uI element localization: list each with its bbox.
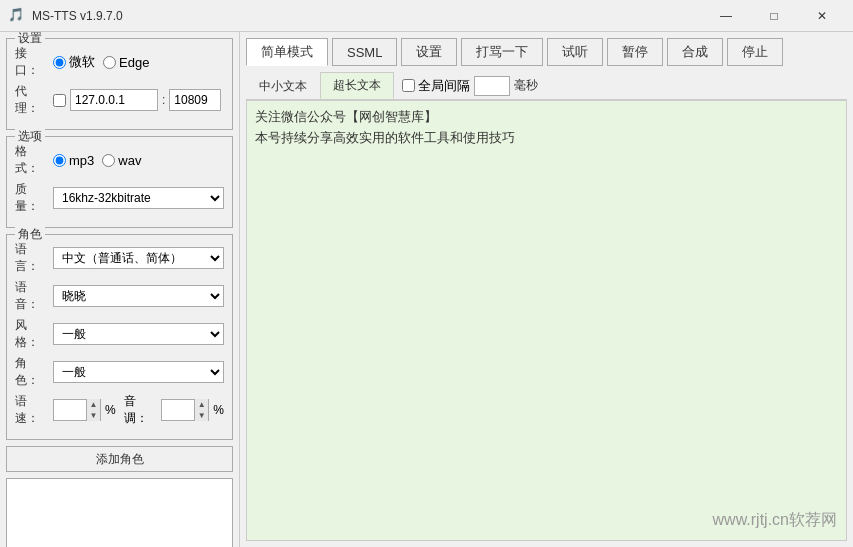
role-select[interactable]: 一般男孩女孩: [53, 361, 224, 383]
format-label: 格式：: [15, 143, 49, 177]
ssml-button[interactable]: SSML: [332, 38, 397, 66]
pitch-input[interactable]: 0: [162, 400, 194, 420]
role-select-label: 角色：: [15, 355, 49, 389]
role-select-row: 角色： 一般男孩女孩: [15, 355, 224, 389]
quality-select[interactable]: 16khz-32kbitrate24khz-48kbitrate48khz-96…: [53, 187, 224, 209]
language-label: 语言：: [15, 241, 49, 275]
interface-row: 接口： 微软 Edge: [15, 45, 224, 79]
main-container: 设置 接口： 微软 Edge 代理：: [0, 32, 853, 547]
language-row: 语言： 中文（普通话、简体）English (US)日本語: [15, 241, 224, 275]
interval-checkbox-item[interactable]: 全局间隔: [402, 77, 470, 95]
simple-mode-button[interactable]: 简单模式: [246, 38, 328, 66]
app-title: MS-TTS v1.9.7.0: [32, 9, 703, 23]
left-panel: 设置 接口： 微软 Edge 代理：: [0, 32, 240, 547]
synthesize-button[interactable]: 合成: [667, 38, 723, 66]
speed-spinbox[interactable]: 0 ▲ ▼: [53, 399, 101, 421]
interface-weimicro-radio[interactable]: 微软: [53, 53, 95, 71]
pitch-down-button[interactable]: ▼: [194, 410, 208, 421]
speed-up-button[interactable]: ▲: [86, 399, 100, 410]
speed-input[interactable]: 0: [54, 400, 86, 420]
proxy-ip-input[interactable]: [70, 89, 158, 111]
toolbar: 简单模式 SSML 设置 打骂一下 试听 暂停 合成 停止: [246, 38, 847, 66]
close-button[interactable]: ✕: [799, 0, 845, 32]
proxy-label: 代理：: [15, 83, 49, 117]
long-text-tab[interactable]: 超长文本: [320, 72, 394, 99]
pitch-label: 音调：: [124, 393, 158, 427]
interval-input[interactable]: 100: [474, 76, 510, 96]
interface-edge-radio[interactable]: Edge: [103, 55, 149, 70]
batch-button[interactable]: 打骂一下: [461, 38, 543, 66]
window-controls: — □ ✕: [703, 0, 845, 32]
format-row: 格式： mp3 wav: [15, 143, 224, 177]
stop-button[interactable]: 停止: [727, 38, 783, 66]
proxy-checkbox-item[interactable]: [53, 94, 66, 107]
style-row: 风格： 一般温柔活泼: [15, 317, 224, 351]
interface-label: 接口：: [15, 45, 49, 79]
interface-radio-group: 微软 Edge: [53, 53, 149, 71]
options-group: 选项 格式： mp3 wav 质量： 16khz-32: [6, 136, 233, 228]
title-bar: 🎵 MS-TTS v1.9.7.0 — □ ✕: [0, 0, 853, 32]
style-select[interactable]: 一般温柔活泼: [53, 323, 224, 345]
add-role-button[interactable]: 添加角色: [6, 446, 233, 472]
pitch-spinbox[interactable]: 0 ▲ ▼: [161, 399, 209, 421]
pitch-up-button[interactable]: ▲: [194, 399, 208, 410]
proxy-row: 代理： :: [15, 83, 224, 117]
role-group-title: 角色: [15, 226, 45, 243]
speed-down-button[interactable]: ▼: [86, 410, 100, 421]
app-icon: 🎵: [8, 7, 26, 25]
small-text-tab[interactable]: 中小文本: [246, 73, 320, 99]
language-select[interactable]: 中文（普通话、简体）English (US)日本語: [53, 247, 224, 269]
options-group-title: 选项: [15, 128, 45, 145]
speed-unit: %: [105, 403, 116, 417]
content-textarea[interactable]: [246, 100, 847, 541]
pause-button[interactable]: 暂停: [607, 38, 663, 66]
speed-label: 语速：: [15, 393, 49, 427]
right-panel: 简单模式 SSML 设置 打骂一下 试听 暂停 合成 停止 中小文本 超长文本 …: [240, 32, 853, 547]
proxy-checkbox[interactable]: [53, 94, 66, 107]
interval-label: 全局间隔: [418, 77, 470, 95]
interval-checkbox[interactable]: [402, 79, 415, 92]
pitch-unit: %: [213, 403, 224, 417]
proxy-port-input[interactable]: [169, 89, 221, 111]
sub-tabs: 中小文本 超长文本 全局间隔 100 毫秒: [246, 72, 847, 100]
voice-row: 语音： 晓晓云希云健: [15, 279, 224, 313]
proxy-separator: :: [162, 93, 165, 107]
settings-group-title: 设置: [15, 32, 45, 47]
format-radio-group: mp3 wav: [53, 153, 141, 168]
role-listbox[interactable]: [6, 478, 233, 547]
interval-unit: 毫秒: [514, 77, 538, 94]
style-label: 风格：: [15, 317, 49, 351]
preview-button[interactable]: 试听: [547, 38, 603, 66]
voice-label: 语音：: [15, 279, 49, 313]
voice-select[interactable]: 晓晓云希云健: [53, 285, 224, 307]
interval-group: 全局间隔 100 毫秒: [402, 76, 538, 96]
speed-pitch-row: 语速： 0 ▲ ▼ % 音调： 0 ▲ ▼ %: [15, 393, 224, 427]
format-wav-radio[interactable]: wav: [102, 153, 141, 168]
settings-button[interactable]: 设置: [401, 38, 457, 66]
quality-label: 质量：: [15, 181, 49, 215]
format-mp3-radio[interactable]: mp3: [53, 153, 94, 168]
quality-row: 质量： 16khz-32kbitrate24khz-48kbitrate48kh…: [15, 181, 224, 215]
settings-group: 设置 接口： 微软 Edge 代理：: [6, 38, 233, 130]
minimize-button[interactable]: —: [703, 0, 749, 32]
role-group: 角色 语言： 中文（普通话、简体）English (US)日本語 语音： 晓晓云…: [6, 234, 233, 440]
maximize-button[interactable]: □: [751, 0, 797, 32]
